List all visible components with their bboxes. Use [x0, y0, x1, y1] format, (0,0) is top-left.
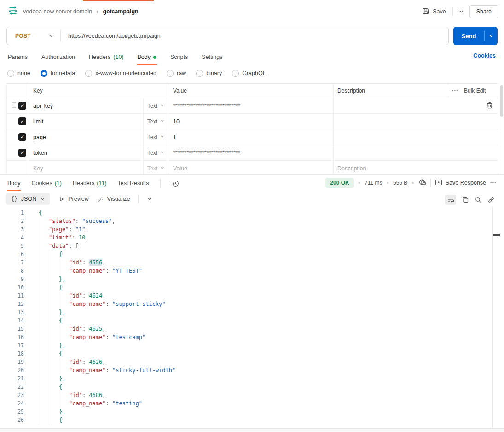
token: "success" [82, 218, 112, 224]
breadcrumb-request-name[interactable]: getcampaign [103, 8, 139, 15]
indent-guide [39, 283, 49, 292]
body-mode-label: form-data [51, 70, 75, 76]
share-button[interactable]: Share [469, 5, 498, 18]
code-line: 13}, [0, 308, 492, 316]
response-time[interactable]: 711 ms [365, 180, 382, 186]
body-mode-label: GraphQL [242, 70, 266, 76]
row-checkbox[interactable]: ✓ [18, 117, 26, 125]
body-mode-graphql[interactable]: GraphQL [232, 70, 266, 77]
preview-button[interactable]: Preview [58, 196, 88, 203]
code-content: { [39, 283, 62, 292]
key-cell[interactable]: limit [29, 114, 143, 129]
save-response-button[interactable]: Save Response [435, 179, 486, 187]
response-tab-test-results[interactable]: Test Results [118, 179, 149, 188]
indent-guide [49, 292, 59, 300]
row-actions-cell [481, 129, 498, 145]
magic-wand-icon [97, 196, 104, 203]
tab-label: Headers [73, 180, 94, 187]
indent-guide [49, 408, 59, 416]
body-mode-form-data[interactable]: form-data [41, 70, 75, 77]
dot-separator: ● [358, 181, 360, 185]
breadcrumb-collection[interactable]: vedeea new server domain [23, 8, 92, 15]
response-body-json[interactable]: 1{2"status": "success",3"page": "1",4"li… [0, 207, 492, 428]
type-dropdown[interactable]: Text [143, 98, 169, 113]
type-dropdown[interactable]: Text [143, 129, 169, 145]
scroll-overview-mark[interactable] [493, 234, 500, 236]
tab-body[interactable]: Body [137, 53, 157, 62]
table-row: ✓tokenText****************************** [7, 145, 498, 161]
request-url-bar: POST https://veedea.com/api/getcampaign [6, 27, 449, 45]
row-checkbox[interactable]: ✓ [18, 133, 26, 141]
format-selector[interactable]: {} JSON [6, 193, 50, 205]
value-cell[interactable]: ****************************** [169, 98, 333, 113]
code-line: 15"id": 4625, [0, 325, 492, 333]
description-cell[interactable] [333, 145, 481, 160]
delete-row-icon[interactable] [487, 102, 493, 110]
send-button[interactable]: Send [453, 33, 484, 40]
indent-guide [59, 300, 69, 308]
url-input[interactable]: https://veedea.com/api/getcampaign [68, 33, 161, 39]
method-chevron-icon[interactable] [48, 33, 60, 39]
indent-guide [39, 275, 49, 283]
link-button[interactable] [487, 196, 495, 204]
tab-headers[interactable]: Headers(10) [88, 53, 124, 62]
indent-guide [49, 374, 59, 383]
line-number: 18 [0, 350, 24, 358]
response-tab-body[interactable]: Body [7, 179, 21, 188]
tab-scripts[interactable]: Scripts [170, 53, 188, 62]
description-cell[interactable] [333, 129, 481, 145]
key-cell[interactable]: token [29, 145, 143, 160]
search-button[interactable] [475, 196, 482, 204]
method-selector-value[interactable]: POST [7, 33, 48, 39]
value-cell[interactable]: ****************************** [169, 145, 333, 160]
save-options-chevron-icon[interactable] [457, 9, 466, 14]
copy-button[interactable] [462, 196, 469, 204]
response-size[interactable]: 556 B [393, 180, 407, 186]
description-cell[interactable] [333, 98, 481, 113]
drag-handle-icon[interactable] [12, 102, 16, 110]
save-button[interactable]: Save [419, 7, 449, 16]
response-tab-headers[interactable]: Headers(11) [73, 179, 107, 188]
key-cell[interactable]: page [29, 129, 143, 145]
code-viewer-tools [445, 195, 495, 205]
indent-guide [39, 300, 49, 308]
format-options-chevron-icon[interactable] [147, 196, 152, 202]
more-options-icon[interactable]: ••• [490, 181, 497, 185]
cookies-link[interactable]: Cookies [473, 53, 496, 59]
row-checkbox[interactable]: ✓ [18, 102, 26, 110]
radio-icon [196, 70, 203, 77]
wrap-text-button[interactable] [445, 195, 456, 205]
token: , [85, 234, 88, 241]
visualize-button[interactable]: Visualize [97, 196, 130, 203]
token: "id" [69, 392, 82, 398]
history-icon[interactable] [172, 180, 180, 187]
bulk-edit-button[interactable]: Bulk Edit [464, 88, 486, 94]
type-dropdown[interactable]: Text [143, 145, 169, 160]
table-scrollbar[interactable] [500, 85, 503, 117]
code-content: "camp_name": "testcamp" [39, 333, 145, 341]
value-cell[interactable]: 1 [169, 129, 333, 145]
row-checkbox[interactable]: ✓ [18, 149, 26, 157]
tab-authorization[interactable]: Authorization [41, 53, 75, 62]
body-mode-binary[interactable]: binary [196, 70, 222, 77]
tab-settings[interactable]: Settings [201, 53, 223, 62]
token: "data" [49, 243, 69, 249]
body-mode-none[interactable]: none [7, 70, 30, 77]
key-cell[interactable]: api_key [29, 98, 143, 113]
value-cell[interactable]: 10 [169, 114, 333, 129]
body-mode-x-www-form-urlencoded[interactable]: x-www-form-urlencoded [85, 70, 156, 77]
send-options-chevron-icon[interactable] [485, 33, 498, 39]
tab-label: Settings [202, 54, 222, 60]
response-tab-cookies[interactable]: Cookies(1) [32, 179, 62, 188]
type-dropdown[interactable]: Text [143, 114, 169, 129]
network-info-icon[interactable] [418, 178, 426, 187]
tab-params[interactable]: Params [7, 53, 28, 62]
indent-guide [49, 275, 59, 283]
status-badge[interactable]: 200 OK [325, 178, 353, 188]
indent-guide [39, 408, 49, 416]
more-options-icon[interactable]: ••• [452, 88, 458, 93]
code-content: "id": 4624, [39, 292, 106, 300]
code-line: 24"camp_name": "testing" [0, 399, 492, 408]
body-mode-raw[interactable]: raw [167, 70, 186, 77]
description-cell[interactable] [333, 114, 481, 129]
